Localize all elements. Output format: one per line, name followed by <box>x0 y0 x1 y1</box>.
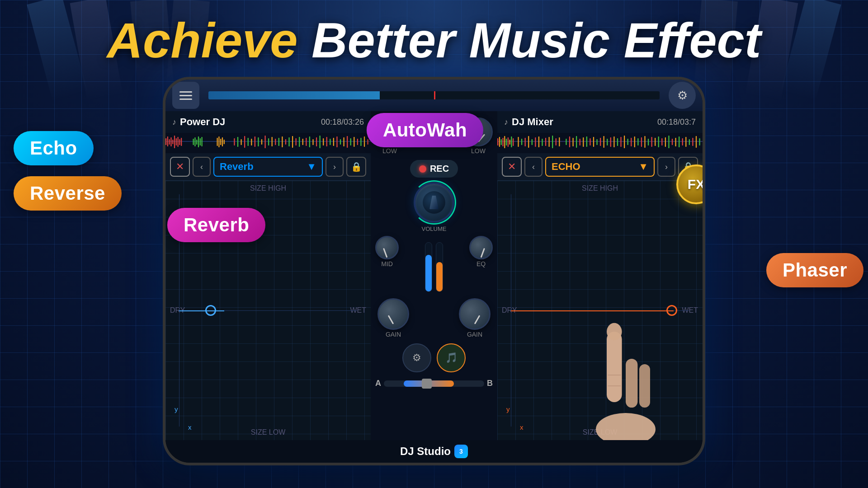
gain-left: GAIN <box>377 298 409 338</box>
svg-rect-83 <box>552 136 553 148</box>
svg-rect-34 <box>275 139 276 145</box>
svg-rect-95 <box>596 139 597 145</box>
knob-mid-left: MID <box>375 236 399 294</box>
svg-rect-104 <box>627 139 628 145</box>
deck-right: FX ♪ DJ Mixer 00:18/03:7 <box>497 111 703 440</box>
deck-left-effect-dropdown: ▼ <box>307 161 316 173</box>
xy-size-low-right: SIZE LOW <box>583 428 617 436</box>
svg-rect-122 <box>689 139 690 145</box>
deck-right-xy-pad[interactable]: SIZE HIGH DRY WET SIZE LOW y x <box>497 180 703 440</box>
phaser-label[interactable]: Phaser <box>766 253 863 287</box>
knob-eq-right-label: EQ <box>476 260 486 267</box>
volume-knob[interactable] <box>414 182 454 223</box>
svg-rect-28 <box>255 136 255 147</box>
svg-rect-24 <box>241 139 241 145</box>
svg-rect-32 <box>268 138 269 145</box>
svg-rect-37 <box>285 139 286 145</box>
svg-rect-40 <box>296 138 297 145</box>
svg-rect-53 <box>340 139 341 145</box>
reverse-label[interactable]: Reverse <box>14 176 122 211</box>
svg-rect-96 <box>600 138 601 146</box>
deck-left-lock[interactable]: 🔒 <box>346 157 366 177</box>
svg-rect-98 <box>607 139 608 145</box>
volume-label: VOLUME <box>422 225 447 232</box>
equalizer-button[interactable]: ⚙ <box>402 343 431 372</box>
knob-mid-control[interactable] <box>375 236 399 259</box>
fader-right-fill <box>436 262 443 291</box>
svg-rect-7 <box>176 138 177 145</box>
playhead <box>434 91 435 99</box>
xy-cursor-left[interactable] <box>205 305 216 316</box>
svg-rect-99 <box>610 137 611 147</box>
svg-rect-115 <box>665 137 666 147</box>
crossfader-label-a: A <box>375 379 381 388</box>
knob-low-right-label: LOW <box>471 147 486 155</box>
x-axis-label-right: x <box>520 423 524 431</box>
y-axis-label-left: y <box>175 405 178 413</box>
svg-rect-9 <box>179 139 180 145</box>
fader-left-fill <box>425 255 432 291</box>
deck-left-prev-effect[interactable]: ‹ <box>193 157 211 177</box>
music-button[interactable]: 🎵 <box>437 343 466 372</box>
deck-right-next-effect[interactable]: › <box>657 157 675 177</box>
mixer-center: LOW LOW REC <box>371 111 497 440</box>
settings-button[interactable]: ⚙ <box>669 82 696 109</box>
menu-button[interactable] <box>172 82 199 109</box>
svg-rect-89 <box>576 136 577 148</box>
crossfader-thumb[interactable] <box>422 379 432 389</box>
svg-rect-78 <box>535 137 536 147</box>
volume-knob-center <box>423 191 445 214</box>
svg-rect-47 <box>320 136 321 148</box>
knob-low-left-label: LOW <box>382 147 397 155</box>
fader-left[interactable] <box>425 242 432 292</box>
svg-rect-109 <box>644 136 645 148</box>
xy-line-right <box>511 310 674 311</box>
svg-rect-85 <box>559 137 560 146</box>
svg-rect-25 <box>244 136 245 148</box>
svg-rect-41 <box>299 137 300 147</box>
gain-row: GAIN GAIN <box>371 296 497 340</box>
xy-size-low-left: SIZE LOW <box>251 428 285 436</box>
deck-right-effect-selector[interactable]: ECHO ▼ <box>545 157 655 177</box>
svg-rect-86 <box>566 139 566 145</box>
svg-rect-45 <box>312 139 313 145</box>
deck-right-prev-effect[interactable]: ‹ <box>524 157 542 177</box>
svg-rect-51 <box>333 138 334 146</box>
deck-left-effect-selector[interactable]: Reverb ▼ <box>213 157 323 177</box>
svg-rect-39 <box>292 136 293 148</box>
rec-button[interactable]: REC <box>410 160 458 178</box>
deck-left: ♪ Power DJ 00:18/03:26 <box>165 111 371 440</box>
gain-right-control[interactable] <box>459 298 491 330</box>
svg-rect-91 <box>583 137 584 147</box>
deck-left-next-effect[interactable]: › <box>326 157 344 177</box>
svg-rect-68 <box>506 139 507 145</box>
autowah-label[interactable]: AutoWah <box>367 113 483 147</box>
svg-rect-103 <box>624 136 625 148</box>
y-axis-label-right: y <box>506 405 510 413</box>
svg-rect-113 <box>658 136 659 147</box>
svg-rect-117 <box>672 139 673 145</box>
decks-container: ♪ Power DJ 00:18/03:26 <box>165 111 703 440</box>
svg-rect-16 <box>201 137 202 146</box>
svg-rect-42 <box>302 139 303 145</box>
knob-eq-right-control[interactable] <box>469 236 493 259</box>
gain-left-control[interactable] <box>377 298 409 330</box>
deck-left-clear-btn[interactable]: ✕ <box>170 157 190 177</box>
x-axis-label-left: x <box>188 423 192 431</box>
svg-rect-76 <box>528 136 529 148</box>
reverb-label[interactable]: Reverb <box>167 208 265 242</box>
svg-rect-30 <box>261 139 262 145</box>
deck-right-waveform <box>497 133 703 153</box>
svg-rect-31 <box>264 136 265 148</box>
svg-rect-67 <box>504 136 505 148</box>
crossfader-track[interactable] <box>384 380 484 387</box>
xy-cursor-right[interactable] <box>666 305 677 316</box>
svg-rect-5 <box>172 140 173 144</box>
svg-rect-71 <box>511 136 512 147</box>
deck-left-waveform <box>165 133 371 153</box>
deck-right-clear-btn[interactable]: ✕ <box>502 157 522 177</box>
echo-label[interactable]: Echo <box>14 131 94 165</box>
svg-rect-52 <box>336 136 337 147</box>
headline-achieve: Achieve <box>107 12 298 68</box>
fader-right[interactable] <box>436 242 443 292</box>
